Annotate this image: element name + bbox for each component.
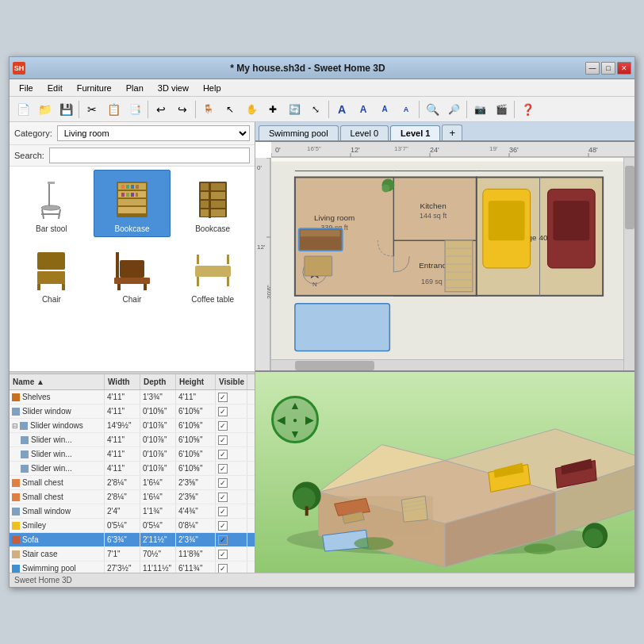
menu-file[interactable]: File — [13, 82, 40, 94]
cell-visible[interactable] — [216, 547, 247, 561]
cell-visible[interactable] — [216, 447, 247, 461]
category-select[interactable]: Living room Bedroom Kitchen Bathroom — [57, 125, 250, 141]
furniture-item-bar-stool[interactable]: Bar stool — [13, 170, 90, 237]
save-button[interactable]: 💾 — [56, 99, 76, 120]
text-large-button[interactable]: A — [332, 99, 352, 120]
cell-visible[interactable] — [216, 490, 247, 504]
list-item[interactable]: Slider win... 4'11" 0'10⅞" 6'10⅝" — [10, 462, 255, 476]
list-item[interactable]: Slider win... 4'11" 0'10⅞" 6'10⅝" — [10, 433, 255, 447]
pan-button[interactable]: ✋ — [241, 99, 262, 120]
list-item[interactable]: Small window 2'4" 1'1¾" 4'4¾" — [10, 504, 255, 519]
scale-button[interactable]: ⤡ — [305, 99, 326, 120]
cell-visible[interactable] — [216, 476, 247, 489]
list-item[interactable]: Small chest 2'8¼" 1'6¼" 2'3⅝" — [10, 476, 255, 490]
col-header-name[interactable]: Name ▲ — [10, 374, 105, 389]
visible-checkbox[interactable] — [218, 407, 228, 416]
visible-checkbox[interactable] — [218, 478, 228, 488]
zoom-out-button[interactable]: 🔎 — [443, 99, 464, 120]
list-item[interactable]: Swimming pool 27'3½" 11'11½" 6'11¾" — [10, 562, 255, 573]
menu-plan[interactable]: Plan — [120, 82, 150, 94]
list-item[interactable]: Slider win... 4'11" 0'10⅞" 6'10⅝" — [10, 447, 255, 462]
list-item[interactable]: Shelves 4'11" 1'3¾" 4'11" — [10, 390, 255, 404]
new-button[interactable]: 📄 — [13, 99, 33, 120]
col-header-height[interactable]: Height — [176, 374, 216, 389]
menu-furniture[interactable]: Furniture — [71, 82, 118, 94]
visible-checkbox[interactable] — [218, 450, 228, 459]
cell-visible[interactable] — [216, 533, 247, 546]
nav-down-arrow[interactable]: ▼ — [289, 427, 301, 440]
select-button[interactable]: ↖ — [220, 99, 240, 120]
plan-canvas[interactable]: Living room 339 sq ft Kitchen 144 sq ft … — [271, 158, 634, 370]
col-header-depth[interactable]: Depth — [140, 374, 176, 389]
svg-text:48': 48' — [588, 146, 598, 154]
visible-checkbox[interactable] — [218, 493, 228, 502]
col-header-visible[interactable]: Visible — [216, 374, 247, 389]
furniture-item-bookcase-selected[interactable]: Bookcase — [94, 170, 171, 237]
list-item[interactable]: ⊟ Slider windows 14'9½" 0'10⅞" 6'10⅝" — [10, 419, 255, 433]
nav-circle[interactable]: ▲ ◀ ● ▶ ▼ — [271, 396, 319, 443]
cell-visible[interactable] — [216, 462, 247, 475]
cell-visible[interactable] — [216, 519, 247, 532]
list-item-sofa[interactable]: Sofa 6'3¾" 2'11½" 2'3¾" — [10, 533, 255, 547]
help-button[interactable]: ❓ — [517, 99, 538, 120]
cell-visible[interactable] — [216, 504, 247, 518]
nav-left-arrow[interactable]: ◀ — [277, 413, 286, 426]
cell-visible[interactable] — [216, 562, 247, 573]
list-item[interactable]: Slider window 4'11" 0'10⅝" 6'10⅝" — [10, 404, 255, 419]
maximize-button[interactable]: □ — [601, 62, 615, 75]
furniture-item-chair2[interactable]: Chair — [94, 240, 171, 308]
zoom-in-button[interactable]: 🔍 — [422, 99, 443, 120]
visible-checkbox[interactable] — [218, 464, 228, 473]
text-xs-button[interactable]: A — [396, 99, 416, 120]
tab-add-button[interactable]: + — [442, 125, 462, 140]
close-button[interactable]: ✕ — [617, 62, 631, 75]
search-input[interactable] — [49, 148, 250, 163]
undo-button[interactable]: ↩ — [151, 99, 171, 120]
plan-scrollbar-v[interactable] — [623, 158, 634, 370]
visible-checkbox[interactable] — [218, 550, 228, 559]
visible-checkbox[interactable] — [218, 521, 228, 531]
list-item[interactable]: Stair case 7'1" 70½" 11'8⅜" — [10, 547, 255, 562]
visible-checkbox[interactable] — [218, 393, 228, 402]
svg-text:0': 0' — [275, 146, 281, 154]
copy-button[interactable]: 📋 — [103, 99, 124, 120]
furniture-item-coffee-table[interactable]: Coffee table — [174, 240, 251, 308]
visible-checkbox[interactable] — [218, 435, 228, 445]
furniture-item-bookcase2[interactable]: Bookcase — [174, 170, 251, 237]
add-furniture-button[interactable]: 🪑 — [198, 99, 219, 120]
cell-visible[interactable] — [216, 404, 247, 418]
tab-swimming-pool[interactable]: Swimming pool — [259, 125, 339, 140]
redo-button[interactable]: ↪ — [172, 99, 193, 120]
col-header-width[interactable]: Width — [105, 374, 140, 389]
cell-visible[interactable] — [216, 419, 247, 432]
list-item[interactable]: Small chest 2'8¼" 1'6¼" 2'3⅝" — [10, 490, 255, 504]
open-button[interactable]: 📁 — [34, 99, 55, 120]
plan-scrollbar-h[interactable] — [271, 359, 634, 370]
photo-button[interactable]: 📷 — [470, 99, 490, 120]
visible-checkbox[interactable] — [218, 421, 228, 431]
move-button[interactable]: ✚ — [263, 99, 283, 120]
text-small-button[interactable]: A — [374, 99, 395, 120]
paste-button[interactable]: 📑 — [125, 99, 145, 120]
cell-visible[interactable] — [216, 433, 247, 447]
minimize-button[interactable]: — — [585, 62, 600, 75]
furniture-item-chair1[interactable]: Chair — [13, 240, 90, 308]
cell-visible[interactable] — [216, 390, 247, 404]
tab-level0[interactable]: Level 0 — [340, 125, 389, 140]
rotate-button[interactable]: 🔄 — [284, 99, 305, 120]
visible-checkbox[interactable] — [218, 507, 228, 516]
tab-level1[interactable]: Level 1 — [390, 125, 440, 140]
menu-help[interactable]: Help — [197, 82, 228, 94]
cell-width: 6'3¾" — [105, 533, 140, 546]
nav-up-arrow[interactable]: ▲ — [289, 399, 301, 412]
svg-rect-21 — [201, 192, 225, 199]
cut-button[interactable]: ✂ — [82, 99, 102, 120]
visible-checkbox[interactable] — [218, 535, 228, 545]
nav-right-arrow[interactable]: ▶ — [305, 413, 314, 426]
menu-3dview[interactable]: 3D view — [151, 82, 195, 94]
visible-checkbox[interactable] — [218, 564, 228, 573]
list-item[interactable]: Smiley 0'5¼" 0'5¼" 0'8¼" — [10, 519, 255, 533]
menu-edit[interactable]: Edit — [41, 82, 69, 94]
video-button[interactable]: 🎬 — [491, 99, 512, 120]
text-med-button[interactable]: A — [353, 99, 374, 120]
